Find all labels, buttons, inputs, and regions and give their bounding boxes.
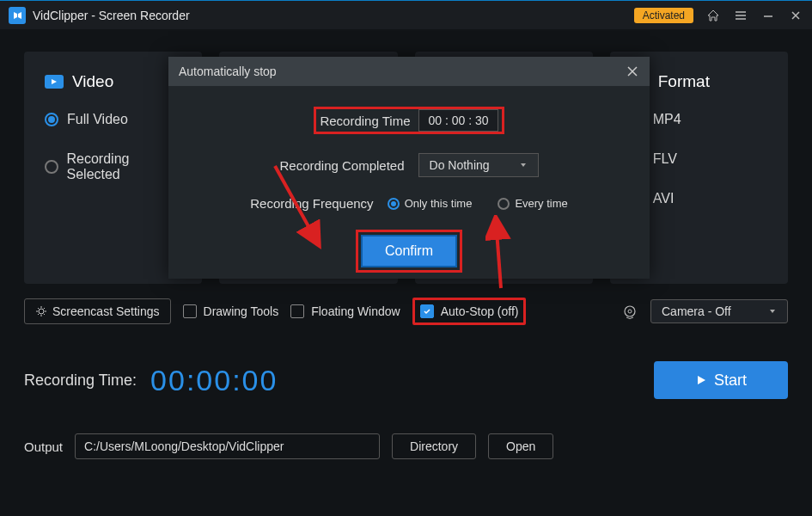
floating-window-checkbox[interactable]: Floating Window xyxy=(290,304,400,318)
auto-stop-checkbox[interactable]: Auto-Stop (off) xyxy=(420,304,519,318)
avi-radio[interactable]: AVI xyxy=(631,191,767,206)
screencast-settings-label: Screencast Settings xyxy=(52,304,160,318)
floating-window-label: Floating Window xyxy=(311,304,400,318)
full-video-label: Full Video xyxy=(67,112,128,127)
confirm-button[interactable]: Confirm xyxy=(361,235,457,267)
svg-point-1 xyxy=(625,306,635,316)
only-this-time-radio[interactable]: Only this time xyxy=(388,197,473,210)
recording-selected-radio[interactable]: Recording Selected xyxy=(45,151,181,182)
close-icon[interactable] xyxy=(788,9,803,22)
drawing-tools-checkbox[interactable]: Drawing Tools xyxy=(183,304,279,318)
modal-close-icon[interactable] xyxy=(626,64,639,78)
screencast-settings-button[interactable]: Screencast Settings xyxy=(24,298,171,324)
every-time-radio[interactable]: Every time xyxy=(498,197,567,210)
play-icon xyxy=(695,374,707,386)
menu-icon[interactable] xyxy=(733,9,748,22)
start-button[interactable]: Start xyxy=(654,361,788,399)
recording-time-value: 00:00:00 xyxy=(150,364,278,397)
auto-stop-modal: Automatically stop Recording Time 00 : 0… xyxy=(168,57,650,279)
drawing-tools-label: Drawing Tools xyxy=(204,304,279,318)
open-button[interactable]: Open xyxy=(488,433,553,459)
full-video-radio[interactable]: Full Video xyxy=(45,112,181,127)
chevron-down-icon xyxy=(768,307,777,316)
video-icon xyxy=(45,75,64,89)
minimize-icon[interactable] xyxy=(760,9,776,22)
mp4-radio[interactable]: MP4 xyxy=(631,112,767,127)
svg-point-2 xyxy=(628,310,632,313)
format-panel-title: Format xyxy=(658,72,710,91)
recording-selected-label: Recording Selected xyxy=(67,151,182,182)
directory-button[interactable]: Directory xyxy=(392,433,476,459)
camera-select[interactable]: Camera - Off xyxy=(650,299,788,323)
chevron-down-icon xyxy=(519,161,528,169)
video-panel-title: Video xyxy=(72,72,113,91)
home-icon[interactable] xyxy=(705,9,721,22)
activated-badge: Activated xyxy=(634,8,693,23)
rec-completed-value: Do Nothing xyxy=(430,158,490,172)
flv-radio[interactable]: FLV xyxy=(631,151,767,167)
camera-icon[interactable] xyxy=(621,303,638,320)
rec-time-input[interactable]: 00 : 00 : 30 xyxy=(418,109,498,132)
app-logo-icon xyxy=(9,7,26,24)
rec-frequency-label: Recording Frequency xyxy=(250,196,373,211)
recording-time-label: Recording Time: xyxy=(24,372,137,390)
start-button-label: Start xyxy=(714,372,747,390)
avi-label: AVI xyxy=(653,191,675,206)
every-time-label: Every time xyxy=(515,197,567,210)
output-label: Output xyxy=(24,439,63,454)
only-this-time-label: Only this time xyxy=(405,197,473,210)
camera-select-label: Camera - Off xyxy=(662,304,731,318)
modal-title: Automatically stop xyxy=(179,64,277,78)
flv-label: FLV xyxy=(653,151,677,167)
gear-icon xyxy=(35,305,47,317)
rec-time-label: Recording Time xyxy=(320,114,410,128)
auto-stop-label: Auto-Stop (off) xyxy=(441,304,519,318)
mp4-label: MP4 xyxy=(653,112,681,127)
output-path-input[interactable] xyxy=(75,433,380,459)
app-title: VidClipper - Screen Recorder xyxy=(33,9,634,22)
titlebar: VidClipper - Screen Recorder Activated xyxy=(0,0,812,29)
rec-completed-select[interactable]: Do Nothing xyxy=(418,153,539,177)
rec-completed-label: Recording Completed xyxy=(279,158,404,173)
svg-point-0 xyxy=(39,309,44,314)
